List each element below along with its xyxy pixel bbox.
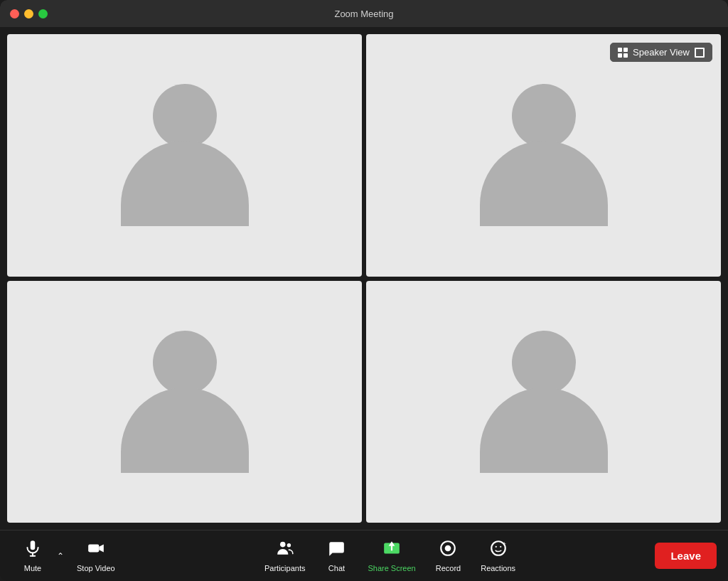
title-bar: Zoom Meeting: [0, 0, 728, 27]
svg-point-10: [445, 545, 451, 552]
svg-marker-4: [99, 545, 104, 553]
svg-point-12: [495, 546, 496, 548]
mute-button[interactable]: Mute: [11, 535, 54, 577]
video-cell-3: [7, 281, 362, 523]
avatar-head: [512, 331, 576, 395]
avatar-head: [512, 84, 576, 148]
mute-label: Mute: [24, 564, 41, 572]
reactions-label: Reactions: [481, 564, 515, 572]
maximize-button[interactable]: [38, 9, 48, 18]
reactions-button[interactable]: + Reactions: [471, 535, 525, 577]
toolbar: Mute ⌃ Stop Video: [0, 530, 728, 581]
toolbar-center: Participants Chat Share Screen: [125, 535, 655, 577]
window-controls: [10, 9, 48, 18]
avatar-head: [153, 84, 217, 148]
svg-point-5: [280, 542, 286, 548]
avatar-body: [480, 141, 608, 226]
mute-group: Mute ⌃: [11, 535, 67, 577]
camera-icon: [87, 539, 105, 560]
share-screen-icon: [382, 539, 401, 560]
toolbar-left: Mute ⌃ Stop Video: [11, 535, 125, 577]
participants-label: Participants: [264, 564, 305, 572]
record-icon: [439, 539, 457, 560]
avatar-body: [121, 141, 249, 226]
participants-button[interactable]: Participants: [255, 535, 315, 577]
microphone-icon: [23, 539, 42, 560]
minimize-button[interactable]: [24, 9, 33, 18]
video-cell-4: [366, 281, 721, 523]
avatar-body: [480, 388, 608, 473]
svg-rect-3: [88, 545, 99, 553]
stop-video-label: Stop Video: [77, 564, 115, 572]
speaker-view-button[interactable]: Speaker View: [610, 43, 712, 62]
video-cell-2: [366, 34, 721, 277]
share-screen-label: Share Screen: [368, 564, 415, 572]
reactions-icon: +: [489, 539, 508, 560]
video-grid: [7, 34, 721, 523]
record-button[interactable]: Record: [426, 535, 471, 577]
participants-icon: [276, 539, 294, 560]
video-area: Speaker View: [0, 27, 728, 530]
chat-button[interactable]: Chat: [315, 535, 358, 577]
avatar-1: [121, 84, 249, 226]
grid-icon: [618, 48, 628, 58]
speaker-view-label: Speaker View: [633, 47, 690, 58]
fullscreen-icon: [695, 48, 705, 58]
avatar-4: [480, 331, 608, 473]
leave-button[interactable]: Leave: [655, 543, 717, 569]
avatar-3: [121, 331, 249, 473]
chat-label: Chat: [328, 564, 345, 572]
window-title: Zoom Meeting: [334, 9, 393, 19]
svg-rect-0: [31, 540, 36, 550]
stop-video-button[interactable]: Stop Video: [67, 535, 125, 577]
toolbar-right: Leave: [655, 543, 717, 569]
avatar-body: [121, 388, 249, 473]
close-button[interactable]: [10, 9, 19, 18]
avatar-head: [153, 331, 217, 395]
record-label: Record: [436, 564, 461, 572]
svg-text:+: +: [503, 540, 506, 547]
video-cell-1: [7, 34, 362, 277]
avatar-2: [480, 84, 608, 226]
chat-icon: [327, 539, 346, 560]
svg-point-13: [500, 546, 501, 548]
share-screen-button[interactable]: Share Screen: [358, 535, 425, 577]
mute-chevron-button[interactable]: ⌃: [54, 547, 67, 565]
svg-point-6: [287, 543, 290, 547]
